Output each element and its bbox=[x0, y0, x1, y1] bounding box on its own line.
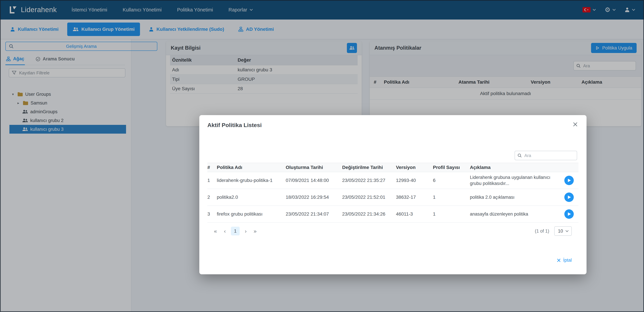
cell-description: politika 2.0 açıklaması bbox=[470, 194, 560, 200]
modal-search bbox=[514, 151, 577, 160]
cell-index: 1 bbox=[208, 178, 217, 183]
cell-version: 38632-17 bbox=[396, 195, 433, 200]
policy-row: 3 firefox grubu politikası 23/05/2022 21… bbox=[208, 206, 578, 223]
cell-profile-count: 1 bbox=[433, 211, 470, 217]
active-policy-list-modal: Aktif Politika Listesi # Politika Adı Ol… bbox=[199, 115, 586, 274]
assign-policy-button[interactable] bbox=[564, 209, 574, 219]
cancel-label: İptal bbox=[563, 258, 572, 263]
cell-modified: 23/05/2022 21:35:27 bbox=[342, 178, 396, 183]
modal-title: Aktif Politika Listesi bbox=[208, 122, 578, 128]
cell-profile-count: 1 bbox=[433, 195, 470, 200]
rows-per-page-dropdown[interactable]: 10 bbox=[554, 226, 572, 236]
policy-table-header: # Politika Adı Oluşturma Tarihi Değiştir… bbox=[208, 163, 578, 172]
modal-footer: İptal bbox=[208, 258, 578, 263]
close-icon bbox=[557, 258, 561, 262]
play-icon bbox=[568, 212, 571, 216]
col-modified: Değiştirilme Tarihi bbox=[342, 165, 396, 170]
policy-table: # Politika Adı Oluşturma Tarihi Değiştir… bbox=[208, 163, 578, 223]
page-report: (1 of 1) bbox=[535, 229, 549, 234]
next-page-button[interactable]: › bbox=[241, 226, 250, 236]
cell-profile-count: 6 bbox=[433, 178, 470, 183]
search-icon bbox=[517, 153, 522, 158]
cell-policy-name: politika2.0 bbox=[217, 194, 286, 200]
chevron-down-icon bbox=[565, 230, 569, 232]
cell-modified: 23/05/2022 21:52:01 bbox=[342, 195, 396, 200]
col-index: # bbox=[208, 165, 217, 170]
col-profile-count: Profil Sayısı bbox=[433, 165, 470, 170]
cell-policy-name: liderahenk-grubu-politika-1 bbox=[217, 177, 286, 184]
last-page-button[interactable]: » bbox=[250, 226, 260, 236]
cell-version: 12993-40 bbox=[396, 178, 433, 183]
policy-row: 2 politika2.0 18/03/2022 16:29:54 23/05/… bbox=[208, 189, 578, 206]
col-created: Oluşturma Tarihi bbox=[286, 165, 342, 170]
cell-modified: 23/05/2022 21:34:26 bbox=[342, 211, 396, 217]
modal-search-input[interactable] bbox=[514, 151, 577, 160]
assign-policy-button[interactable] bbox=[564, 193, 574, 202]
paginator: « ‹ 1 › » (1 of 1) 10 bbox=[208, 225, 578, 237]
cell-description: anasayfa düzenleyen politika bbox=[470, 211, 560, 217]
liderahenk-app: Liderahenk İstemci Yönetimi Kullanıcı Yö… bbox=[0, 0, 644, 312]
col-description: Açıklama bbox=[470, 165, 560, 170]
page-1-button[interactable]: 1 bbox=[231, 227, 240, 235]
cell-created: 18/03/2022 16:29:54 bbox=[286, 195, 342, 200]
cell-created: 23/05/2022 21:34:07 bbox=[286, 211, 342, 217]
modal-close-button[interactable] bbox=[573, 122, 578, 128]
policy-row: 1 liderahenk-grubu-politika-1 07/09/2021… bbox=[208, 172, 578, 189]
cell-policy-name: firefox grubu politikası bbox=[217, 211, 286, 217]
cancel-button[interactable]: İptal bbox=[557, 258, 572, 263]
rows-per-page-value: 10 bbox=[558, 229, 563, 234]
play-icon bbox=[568, 196, 571, 199]
assign-policy-button[interactable] bbox=[564, 176, 574, 185]
cell-index: 3 bbox=[208, 211, 217, 217]
col-policy-name: Politika Adı bbox=[217, 165, 286, 170]
prev-page-button[interactable]: ‹ bbox=[220, 226, 230, 236]
cell-description: Liderahenk grubuna uygulanan kullanıcı g… bbox=[470, 174, 560, 187]
paginator-right: (1 of 1) 10 bbox=[535, 226, 578, 236]
play-icon bbox=[568, 179, 571, 182]
cell-index: 2 bbox=[208, 195, 217, 200]
first-page-button[interactable]: « bbox=[211, 226, 220, 236]
cell-version: 46011-3 bbox=[396, 211, 433, 217]
col-version: Versiyon bbox=[396, 165, 433, 170]
close-icon bbox=[573, 122, 578, 127]
cell-created: 07/09/2021 14:48:00 bbox=[286, 178, 342, 183]
